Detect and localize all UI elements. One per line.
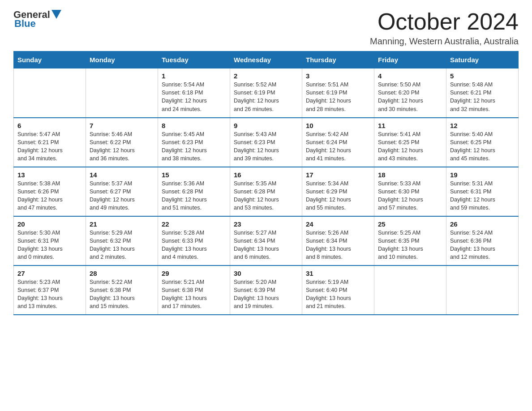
- calendar-day-cell: 25Sunrise: 5:25 AM Sunset: 6:35 PM Dayli…: [374, 216, 446, 265]
- calendar-table: SundayMondayTuesdayWednesdayThursdayFrid…: [13, 51, 519, 315]
- calendar-day-cell: 17Sunrise: 5:34 AM Sunset: 6:29 PM Dayli…: [302, 167, 374, 216]
- calendar-day-cell: [374, 265, 446, 315]
- day-of-week-header: Sunday: [14, 51, 86, 68]
- day-number: 30: [234, 270, 298, 277]
- day-number: 10: [306, 122, 370, 129]
- day-number: 12: [450, 122, 515, 129]
- calendar-day-cell: 7Sunrise: 5:46 AM Sunset: 6:22 PM Daylig…: [86, 118, 158, 167]
- day-info: Sunrise: 5:22 AM Sunset: 6:38 PM Dayligh…: [90, 278, 154, 311]
- calendar-day-cell: 23Sunrise: 5:27 AM Sunset: 6:34 PM Dayli…: [230, 216, 302, 265]
- day-info: Sunrise: 5:36 AM Sunset: 6:28 PM Dayligh…: [162, 180, 226, 212]
- calendar-header-row: SundayMondayTuesdayWednesdayThursdayFrid…: [14, 51, 519, 68]
- day-number: 19: [450, 171, 515, 179]
- calendar-week-row: 1Sunrise: 5:54 AM Sunset: 6:18 PM Daylig…: [14, 68, 519, 118]
- day-number: 4: [378, 72, 442, 80]
- day-number: 24: [306, 220, 370, 228]
- month-title: October 2024: [370, 9, 519, 34]
- day-info: Sunrise: 5:38 AM Sunset: 6:26 PM Dayligh…: [17, 180, 82, 212]
- day-number: 16: [234, 171, 298, 179]
- calendar-day-cell: 16Sunrise: 5:35 AM Sunset: 6:28 PM Dayli…: [230, 167, 302, 216]
- day-number: 2: [234, 72, 298, 80]
- calendar-day-cell: [446, 265, 519, 315]
- day-number: 18: [378, 171, 442, 179]
- day-number: 28: [90, 270, 154, 277]
- day-info: Sunrise: 5:42 AM Sunset: 6:24 PM Dayligh…: [306, 130, 370, 163]
- calendar-day-cell: 10Sunrise: 5:42 AM Sunset: 6:24 PM Dayli…: [302, 118, 374, 167]
- day-number: 3: [306, 72, 370, 80]
- day-info: Sunrise: 5:35 AM Sunset: 6:28 PM Dayligh…: [234, 180, 298, 212]
- calendar-day-cell: [86, 68, 158, 118]
- day-number: 7: [90, 122, 154, 129]
- calendar-day-cell: 30Sunrise: 5:20 AM Sunset: 6:39 PM Dayli…: [230, 265, 302, 315]
- day-info: Sunrise: 5:47 AM Sunset: 6:21 PM Dayligh…: [17, 130, 82, 163]
- calendar-day-cell: 1Sunrise: 5:54 AM Sunset: 6:18 PM Daylig…: [158, 68, 230, 118]
- calendar-week-row: 27Sunrise: 5:23 AM Sunset: 6:37 PM Dayli…: [14, 265, 519, 315]
- calendar-day-cell: 6Sunrise: 5:47 AM Sunset: 6:21 PM Daylig…: [14, 118, 86, 167]
- calendar-day-cell: 2Sunrise: 5:52 AM Sunset: 6:19 PM Daylig…: [230, 68, 302, 118]
- day-info: Sunrise: 5:34 AM Sunset: 6:29 PM Dayligh…: [306, 180, 370, 212]
- day-number: 27: [17, 270, 82, 277]
- calendar-day-cell: 5Sunrise: 5:48 AM Sunset: 6:21 PM Daylig…: [446, 68, 519, 118]
- logo-triangle-icon: [51, 10, 61, 19]
- day-number: 21: [90, 220, 154, 228]
- calendar-day-cell: [14, 68, 86, 118]
- calendar-week-row: 20Sunrise: 5:30 AM Sunset: 6:31 PM Dayli…: [14, 216, 519, 265]
- calendar-day-cell: 28Sunrise: 5:22 AM Sunset: 6:38 PM Dayli…: [86, 265, 158, 315]
- day-of-week-header: Thursday: [302, 51, 374, 68]
- day-info: Sunrise: 5:25 AM Sunset: 6:35 PM Dayligh…: [378, 229, 442, 261]
- day-number: 17: [306, 171, 370, 179]
- day-info: Sunrise: 5:19 AM Sunset: 6:40 PM Dayligh…: [306, 278, 370, 311]
- day-info: Sunrise: 5:29 AM Sunset: 6:32 PM Dayligh…: [90, 229, 154, 261]
- calendar-day-cell: 15Sunrise: 5:36 AM Sunset: 6:28 PM Dayli…: [158, 167, 230, 216]
- day-of-week-header: Saturday: [446, 51, 519, 68]
- svg-marker-0: [51, 10, 61, 19]
- day-of-week-header: Wednesday: [230, 51, 302, 68]
- calendar-week-row: 6Sunrise: 5:47 AM Sunset: 6:21 PM Daylig…: [14, 118, 519, 167]
- day-number: 8: [162, 122, 226, 129]
- day-number: 1: [162, 72, 226, 80]
- day-info: Sunrise: 5:28 AM Sunset: 6:33 PM Dayligh…: [162, 229, 226, 261]
- day-info: Sunrise: 5:30 AM Sunset: 6:31 PM Dayligh…: [17, 229, 82, 261]
- calendar-day-cell: 11Sunrise: 5:41 AM Sunset: 6:25 PM Dayli…: [374, 118, 446, 167]
- day-number: 6: [17, 122, 82, 129]
- day-of-week-header: Monday: [86, 51, 158, 68]
- day-number: 20: [17, 220, 82, 228]
- calendar-day-cell: 13Sunrise: 5:38 AM Sunset: 6:26 PM Dayli…: [14, 167, 86, 216]
- day-info: Sunrise: 5:41 AM Sunset: 6:25 PM Dayligh…: [378, 130, 442, 163]
- day-number: 5: [450, 72, 515, 80]
- day-info: Sunrise: 5:48 AM Sunset: 6:21 PM Dayligh…: [450, 81, 515, 113]
- day-info: Sunrise: 5:26 AM Sunset: 6:34 PM Dayligh…: [306, 229, 370, 261]
- day-of-week-header: Tuesday: [158, 51, 230, 68]
- calendar-day-cell: 9Sunrise: 5:43 AM Sunset: 6:23 PM Daylig…: [230, 118, 302, 167]
- day-info: Sunrise: 5:27 AM Sunset: 6:34 PM Dayligh…: [234, 229, 298, 261]
- calendar-day-cell: 8Sunrise: 5:45 AM Sunset: 6:23 PM Daylig…: [158, 118, 230, 167]
- day-number: 25: [378, 220, 442, 228]
- day-number: 14: [90, 171, 154, 179]
- calendar-day-cell: 27Sunrise: 5:23 AM Sunset: 6:37 PM Dayli…: [14, 265, 86, 315]
- day-number: 29: [162, 270, 226, 277]
- calendar-day-cell: 24Sunrise: 5:26 AM Sunset: 6:34 PM Dayli…: [302, 216, 374, 265]
- day-number: 9: [234, 122, 298, 129]
- page-header: General Blue October 2024 Manning, Weste…: [13, 9, 519, 47]
- day-info: Sunrise: 5:21 AM Sunset: 6:38 PM Dayligh…: [162, 278, 226, 311]
- day-info: Sunrise: 5:40 AM Sunset: 6:25 PM Dayligh…: [450, 130, 515, 163]
- calendar-day-cell: 3Sunrise: 5:51 AM Sunset: 6:19 PM Daylig…: [302, 68, 374, 118]
- day-number: 11: [378, 122, 442, 129]
- calendar-day-cell: 14Sunrise: 5:37 AM Sunset: 6:27 PM Dayli…: [86, 167, 158, 216]
- day-number: 22: [162, 220, 226, 228]
- title-block: October 2024 Manning, Western Australia,…: [370, 9, 519, 47]
- day-number: 26: [450, 220, 515, 228]
- day-info: Sunrise: 5:23 AM Sunset: 6:37 PM Dayligh…: [17, 278, 82, 311]
- day-number: 31: [306, 270, 370, 277]
- day-info: Sunrise: 5:33 AM Sunset: 6:30 PM Dayligh…: [378, 180, 442, 212]
- day-info: Sunrise: 5:31 AM Sunset: 6:31 PM Dayligh…: [450, 180, 515, 212]
- day-info: Sunrise: 5:52 AM Sunset: 6:19 PM Dayligh…: [234, 81, 298, 113]
- location-title: Manning, Western Australia, Australia: [370, 36, 519, 47]
- day-number: 23: [234, 220, 298, 228]
- day-info: Sunrise: 5:46 AM Sunset: 6:22 PM Dayligh…: [90, 130, 154, 163]
- calendar-day-cell: 18Sunrise: 5:33 AM Sunset: 6:30 PM Dayli…: [374, 167, 446, 216]
- day-info: Sunrise: 5:43 AM Sunset: 6:23 PM Dayligh…: [234, 130, 298, 163]
- calendar-day-cell: 4Sunrise: 5:50 AM Sunset: 6:20 PM Daylig…: [374, 68, 446, 118]
- day-info: Sunrise: 5:20 AM Sunset: 6:39 PM Dayligh…: [234, 278, 298, 311]
- calendar-day-cell: 20Sunrise: 5:30 AM Sunset: 6:31 PM Dayli…: [14, 216, 86, 265]
